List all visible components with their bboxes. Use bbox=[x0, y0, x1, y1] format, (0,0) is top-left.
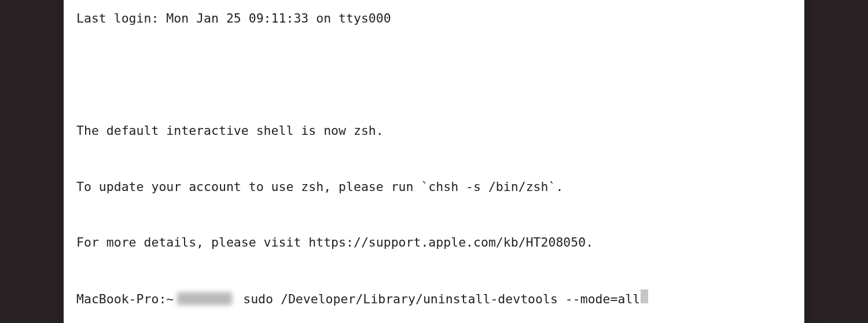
terminal-line-zsh-notice-2: To update your account to use zsh, pleas… bbox=[76, 178, 792, 196]
entered-command: sudo /Developer/Library/uninstall-devtoo… bbox=[236, 290, 640, 309]
cursor-icon bbox=[641, 289, 648, 303]
prompt-host: MacBook-Pro:~ bbox=[76, 290, 174, 309]
terminal-line-zsh-notice-3: For more details, please visit https://s… bbox=[76, 233, 792, 252]
terminal-prompt-line: MacBook-Pro:~ sudo /Developer/Library/un… bbox=[76, 289, 792, 309]
terminal-line-last-login: Last login: Mon Jan 25 09:11:33 on ttys0… bbox=[76, 9, 792, 28]
frame-background: — -bash — 80×24 Last login: Mon Jan 25 0… bbox=[0, 0, 868, 323]
terminal-body[interactable]: Last login: Mon Jan 25 09:11:33 on ttys0… bbox=[64, 0, 804, 323]
terminal-blank-line bbox=[76, 65, 792, 84]
terminal-window: — -bash — 80×24 Last login: Mon Jan 25 0… bbox=[64, 0, 804, 323]
terminal-line-zsh-notice-1: The default interactive shell is now zsh… bbox=[76, 122, 792, 140]
redacted-username-prompt bbox=[177, 292, 232, 305]
